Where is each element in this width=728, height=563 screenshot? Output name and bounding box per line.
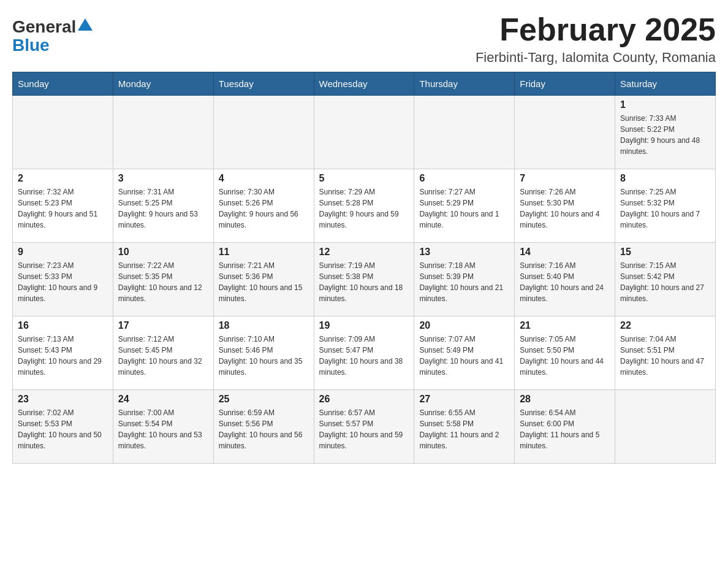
calendar-cell [615, 390, 716, 464]
calendar-header: SundayMondayTuesdayWednesdayThursdayFrid… [13, 72, 716, 96]
calendar-cell: 25Sunrise: 6:59 AM Sunset: 5:56 PM Dayli… [213, 390, 314, 464]
day-info: Sunrise: 7:10 AM Sunset: 5:46 PM Dayligh… [219, 334, 309, 378]
weekday-header-friday: Friday [515, 72, 615, 96]
day-info: Sunrise: 7:13 AM Sunset: 5:43 PM Dayligh… [18, 334, 108, 378]
location-subtitle: Fierbinti-Targ, Ialomita County, Romania [476, 50, 716, 66]
weekday-header-tuesday: Tuesday [213, 72, 314, 96]
day-number: 22 [620, 320, 710, 331]
day-number: 28 [520, 394, 610, 405]
calendar-cell: 6Sunrise: 7:27 AM Sunset: 5:29 PM Daylig… [414, 169, 515, 243]
calendar-week-row: 1Sunrise: 7:33 AM Sunset: 5:22 PM Daylig… [13, 96, 716, 169]
day-number: 12 [319, 247, 409, 258]
calendar-cell [314, 96, 414, 169]
day-number: 4 [219, 173, 309, 184]
day-number: 7 [520, 173, 610, 184]
calendar-cell [414, 96, 515, 169]
day-info: Sunrise: 6:54 AM Sunset: 6:00 PM Dayligh… [520, 407, 610, 451]
day-info: Sunrise: 7:00 AM Sunset: 5:54 PM Dayligh… [118, 407, 208, 451]
calendar-cell: 2Sunrise: 7:32 AM Sunset: 5:23 PM Daylig… [13, 169, 113, 243]
calendar-cell: 16Sunrise: 7:13 AM Sunset: 5:43 PM Dayli… [13, 316, 113, 390]
weekday-header-monday: Monday [113, 72, 213, 96]
day-number: 2 [18, 173, 108, 184]
page-header: General Blue February 2025 Fierbinti-Tar… [12, 12, 716, 66]
day-number: 10 [118, 247, 208, 258]
calendar-cell: 9Sunrise: 7:23 AM Sunset: 5:33 PM Daylig… [13, 243, 113, 316]
day-info: Sunrise: 7:31 AM Sunset: 5:25 PM Dayligh… [118, 186, 208, 231]
calendar-cell: 28Sunrise: 6:54 AM Sunset: 6:00 PM Dayli… [515, 390, 615, 464]
day-info: Sunrise: 7:15 AM Sunset: 5:42 PM Dayligh… [620, 260, 710, 304]
weekday-header-sunday: Sunday [13, 72, 113, 96]
day-number: 8 [620, 173, 710, 184]
day-info: Sunrise: 6:57 AM Sunset: 5:57 PM Dayligh… [319, 407, 409, 451]
day-number: 3 [118, 173, 208, 184]
calendar-cell: 7Sunrise: 7:26 AM Sunset: 5:30 PM Daylig… [515, 169, 615, 243]
logo-blue: Blue [12, 36, 93, 55]
day-info: Sunrise: 7:02 AM Sunset: 5:53 PM Dayligh… [18, 407, 108, 451]
calendar-body: 1Sunrise: 7:33 AM Sunset: 5:22 PM Daylig… [13, 96, 716, 464]
calendar-cell: 24Sunrise: 7:00 AM Sunset: 5:54 PM Dayli… [113, 390, 213, 464]
day-number: 18 [219, 320, 309, 331]
day-info: Sunrise: 7:23 AM Sunset: 5:33 PM Dayligh… [18, 260, 108, 304]
day-info: Sunrise: 7:21 AM Sunset: 5:36 PM Dayligh… [219, 260, 309, 304]
day-number: 15 [620, 247, 710, 258]
day-info: Sunrise: 7:07 AM Sunset: 5:49 PM Dayligh… [419, 334, 509, 378]
day-number: 6 [419, 173, 509, 184]
logo-triangle-icon [78, 18, 93, 31]
calendar-week-row: 16Sunrise: 7:13 AM Sunset: 5:43 PM Dayli… [13, 316, 716, 390]
calendar-cell: 19Sunrise: 7:09 AM Sunset: 5:47 PM Dayli… [314, 316, 414, 390]
calendar-cell: 4Sunrise: 7:30 AM Sunset: 5:26 PM Daylig… [213, 169, 314, 243]
day-info: Sunrise: 7:18 AM Sunset: 5:39 PM Dayligh… [419, 260, 509, 304]
calendar-cell [113, 96, 213, 169]
day-number: 9 [18, 247, 108, 258]
calendar-cell [515, 96, 615, 169]
calendar-cell: 27Sunrise: 6:55 AM Sunset: 5:58 PM Dayli… [414, 390, 515, 464]
calendar-week-row: 2Sunrise: 7:32 AM Sunset: 5:23 PM Daylig… [13, 169, 716, 243]
calendar-cell: 1Sunrise: 7:33 AM Sunset: 5:22 PM Daylig… [615, 96, 716, 169]
calendar-cell: 21Sunrise: 7:05 AM Sunset: 5:50 PM Dayli… [515, 316, 615, 390]
weekday-header-thursday: Thursday [414, 72, 515, 96]
day-info: Sunrise: 7:32 AM Sunset: 5:23 PM Dayligh… [18, 186, 108, 231]
day-info: Sunrise: 7:22 AM Sunset: 5:35 PM Dayligh… [118, 260, 208, 304]
day-info: Sunrise: 7:19 AM Sunset: 5:38 PM Dayligh… [319, 260, 409, 304]
day-info: Sunrise: 7:16 AM Sunset: 5:40 PM Dayligh… [520, 260, 610, 304]
calendar-cell: 3Sunrise: 7:31 AM Sunset: 5:25 PM Daylig… [113, 169, 213, 243]
day-info: Sunrise: 7:33 AM Sunset: 5:22 PM Dayligh… [620, 113, 710, 157]
day-number: 19 [319, 320, 409, 331]
day-number: 25 [219, 394, 309, 405]
weekday-header-row: SundayMondayTuesdayWednesdayThursdayFrid… [13, 72, 716, 96]
calendar-cell: 26Sunrise: 6:57 AM Sunset: 5:57 PM Dayli… [314, 390, 414, 464]
day-info: Sunrise: 7:09 AM Sunset: 5:47 PM Dayligh… [319, 334, 409, 378]
day-number: 14 [520, 247, 610, 258]
weekday-header-saturday: Saturday [615, 72, 716, 96]
weekday-header-wednesday: Wednesday [314, 72, 414, 96]
day-info: Sunrise: 7:26 AM Sunset: 5:30 PM Dayligh… [520, 186, 610, 231]
day-number: 5 [319, 173, 409, 184]
calendar-cell [213, 96, 314, 169]
calendar-cell: 18Sunrise: 7:10 AM Sunset: 5:46 PM Dayli… [213, 316, 314, 390]
day-number: 27 [419, 394, 509, 405]
calendar-cell [13, 96, 113, 169]
day-info: Sunrise: 6:59 AM Sunset: 5:56 PM Dayligh… [219, 407, 309, 451]
logo: General Blue [12, 18, 93, 55]
day-info: Sunrise: 7:05 AM Sunset: 5:50 PM Dayligh… [520, 334, 610, 378]
calendar-table: SundayMondayTuesdayWednesdayThursdayFrid… [12, 72, 716, 464]
day-info: Sunrise: 7:25 AM Sunset: 5:32 PM Dayligh… [620, 186, 710, 231]
day-number: 24 [118, 394, 208, 405]
calendar-cell: 23Sunrise: 7:02 AM Sunset: 5:53 PM Dayli… [13, 390, 113, 464]
day-number: 23 [18, 394, 108, 405]
title-block: February 2025 Fierbinti-Targ, Ialomita C… [476, 12, 716, 66]
day-number: 20 [419, 320, 509, 331]
day-number: 1 [620, 99, 710, 110]
calendar-cell: 11Sunrise: 7:21 AM Sunset: 5:36 PM Dayli… [213, 243, 314, 316]
calendar-cell: 8Sunrise: 7:25 AM Sunset: 5:32 PM Daylig… [615, 169, 716, 243]
calendar-cell: 17Sunrise: 7:12 AM Sunset: 5:45 PM Dayli… [113, 316, 213, 390]
day-info: Sunrise: 7:30 AM Sunset: 5:26 PM Dayligh… [219, 186, 309, 231]
logo-general: General [12, 18, 76, 36]
day-info: Sunrise: 7:27 AM Sunset: 5:29 PM Dayligh… [419, 186, 509, 231]
calendar-week-row: 23Sunrise: 7:02 AM Sunset: 5:53 PM Dayli… [13, 390, 716, 464]
calendar-week-row: 9Sunrise: 7:23 AM Sunset: 5:33 PM Daylig… [13, 243, 716, 316]
day-number: 16 [18, 320, 108, 331]
calendar-cell: 15Sunrise: 7:15 AM Sunset: 5:42 PM Dayli… [615, 243, 716, 316]
day-number: 13 [419, 247, 509, 258]
month-title: February 2025 [476, 12, 716, 47]
